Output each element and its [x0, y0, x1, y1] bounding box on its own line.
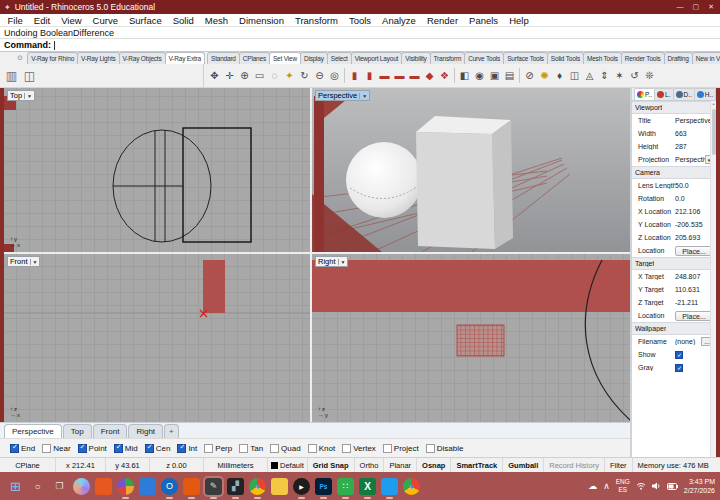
osnap-checkbox[interactable] [78, 444, 87, 453]
viewport-label-top[interactable]: Top ▼ [7, 90, 35, 101]
status-toggle[interactable]: Ortho [355, 458, 385, 472]
office-pie-icon[interactable] [117, 478, 134, 495]
undo-view-icon[interactable]: ▮ [347, 68, 362, 84]
status-cell[interactable]: Default [268, 458, 308, 472]
copilot-icon[interactable] [73, 478, 90, 495]
command-line[interactable]: Command: [0, 39, 720, 52]
osnap-toggle[interactable]: Near [42, 444, 70, 453]
tab-group-options-icon[interactable]: ⊙ [17, 54, 23, 62]
toolbar-icon[interactable] [519, 68, 520, 83]
checkbox[interactable] [675, 364, 683, 372]
volume-icon[interactable] [652, 482, 661, 490]
osnap-checkbox[interactable] [270, 444, 279, 453]
four-viewports-icon[interactable]: ❖ [437, 68, 452, 84]
osnap-checkbox[interactable] [239, 444, 248, 453]
m365-icon[interactable] [95, 478, 112, 495]
property-value[interactable]: 248.807 [675, 273, 713, 280]
menu-item[interactable]: File [2, 15, 28, 26]
battery-icon[interactable] [667, 483, 678, 490]
osnap-toggle[interactable]: Quad [270, 444, 301, 453]
osnap-toggle[interactable]: Point [78, 444, 107, 453]
menu-item[interactable]: Mesh [199, 15, 233, 26]
osnap-toggle[interactable]: Int [177, 444, 197, 453]
property-value[interactable]: 212.106 [675, 208, 713, 215]
osnap-toggle[interactable]: Perp [204, 444, 232, 453]
panel-tab-display[interactable]: D.. [673, 88, 695, 100]
property-value[interactable]: 663 [675, 130, 713, 137]
osnap-checkbox[interactable] [177, 444, 186, 453]
photos-icon[interactable] [183, 478, 200, 495]
toolbar-tab[interactable]: Set View [269, 52, 301, 64]
place-button[interactable]: Place... [675, 311, 713, 321]
viewport-label-front[interactable]: Front ▼ [7, 256, 40, 267]
toolbar-tab[interactable]: Solid Tools [547, 52, 584, 64]
chrome-icon[interactable]: ● [249, 478, 266, 495]
toolbar-tab[interactable]: Display [300, 52, 328, 64]
file-explorer-icon[interactable] [271, 478, 288, 495]
vscode-icon[interactable] [381, 478, 398, 495]
orbit-view-icon[interactable]: ↺ [627, 68, 642, 84]
front-view-icon[interactable]: ▬ [377, 68, 392, 84]
language-indicator[interactable]: ENG ES [616, 478, 630, 494]
viewport-tab[interactable]: Front [93, 424, 128, 438]
toolbar-tab[interactable]: Viewport Layout [351, 52, 403, 64]
menu-item[interactable]: Panels [464, 15, 504, 26]
toolbar-icon[interactable] [344, 68, 345, 83]
title-bar[interactable]: ✦ Untitled - Rhinoceros 5.0 Educational … [0, 0, 720, 14]
viewport-tab[interactable]: Perspective [4, 424, 62, 438]
property-value[interactable]: 50.0 [675, 182, 713, 189]
property-value[interactable]: 110.631 [675, 286, 713, 293]
panel-tab-layers[interactable]: L. [654, 88, 673, 100]
background-icon[interactable]: ▤ [502, 68, 517, 84]
menu-item[interactable]: Transform [289, 15, 343, 26]
status-cell[interactable]: y 43.61 [106, 458, 150, 472]
menu-item[interactable]: Surface [123, 15, 167, 26]
toolbar-tab[interactable]: Select [327, 52, 352, 64]
chrome-2-icon[interactable]: ● [403, 478, 420, 495]
outlook-icon[interactable]: O [161, 478, 178, 495]
toolbar-tab[interactable]: Standard [207, 52, 240, 64]
toolbar-tab[interactable]: CPlanes [239, 52, 270, 64]
zoom-dynamic-icon[interactable]: ⊕ [237, 68, 252, 84]
right-view-icon[interactable]: ▬ [392, 68, 407, 84]
toolbar-tab[interactable]: V-Ray Lights [77, 52, 119, 64]
osnap-toggle[interactable]: End [10, 444, 35, 453]
menu-item[interactable]: Render [421, 15, 463, 26]
viewport-front[interactable]: Front ▼ ↑z →x [4, 254, 310, 422]
toolbar-tab[interactable]: Visibility [401, 52, 430, 64]
property-value[interactable]: Perspective [675, 117, 713, 124]
close-button[interactable]: ✕ [708, 3, 714, 11]
toolbar-tab[interactable]: Drafting [664, 52, 693, 64]
minimize-button[interactable]: — [677, 3, 684, 11]
task-view-button[interactable]: ❐ [51, 478, 68, 495]
status-cell[interactable]: z 0.00 [150, 458, 204, 472]
rotate-view-icon[interactable]: ↻ [297, 68, 312, 84]
osnap-checkbox[interactable] [426, 444, 435, 453]
rhino-icon[interactable]: ✎ [205, 478, 222, 495]
menu-item[interactable]: Dimension [234, 15, 290, 26]
toolbar-tab[interactable]: Curve Tools [464, 52, 504, 64]
status-cell[interactable]: CPlane [0, 458, 56, 472]
compass-icon[interactable]: ✺ [537, 68, 552, 84]
camera-icon[interactable]: ◉ [472, 68, 487, 84]
property-value[interactable]: 0.0 [675, 195, 713, 202]
osnap-checkbox[interactable] [42, 444, 51, 453]
menu-item[interactable]: Edit [28, 15, 55, 26]
media-player-icon[interactable]: ▶ [293, 478, 310, 495]
status-cell[interactable]: x 212.41 [56, 458, 106, 472]
status-toggle[interactable]: Record History [544, 458, 605, 472]
redo-view-icon[interactable]: ▮ [362, 68, 377, 84]
status-cell[interactable]: Millimeters [204, 458, 268, 472]
menu-item[interactable]: Analyze [377, 15, 422, 26]
photoshop-icon[interactable]: Ps [315, 478, 332, 495]
zoom-lens-icon[interactable]: ✦ [282, 68, 297, 84]
osnap-toggle[interactable]: Mid [114, 444, 138, 453]
tray-chevron-icon[interactable]: ∧ [603, 482, 610, 491]
viewport-menu-arrow-icon[interactable]: ▼ [30, 259, 38, 265]
tilt-view-icon[interactable]: ⇕ [597, 68, 612, 84]
zoom-selected-icon[interactable]: ◌ [267, 68, 282, 84]
viewport-tab[interactable]: Right [128, 424, 163, 438]
viewport-right[interactable]: Right ▼ ↑z →y [312, 254, 630, 422]
menu-item[interactable]: Solid [167, 15, 199, 26]
vray-material-icon[interactable]: ▥ [4, 68, 19, 84]
